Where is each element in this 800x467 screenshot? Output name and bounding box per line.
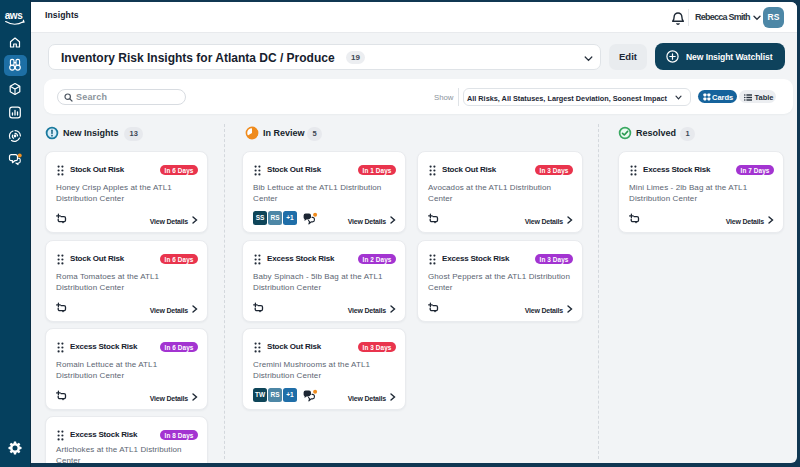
svg-text:aws: aws <box>5 10 24 21</box>
